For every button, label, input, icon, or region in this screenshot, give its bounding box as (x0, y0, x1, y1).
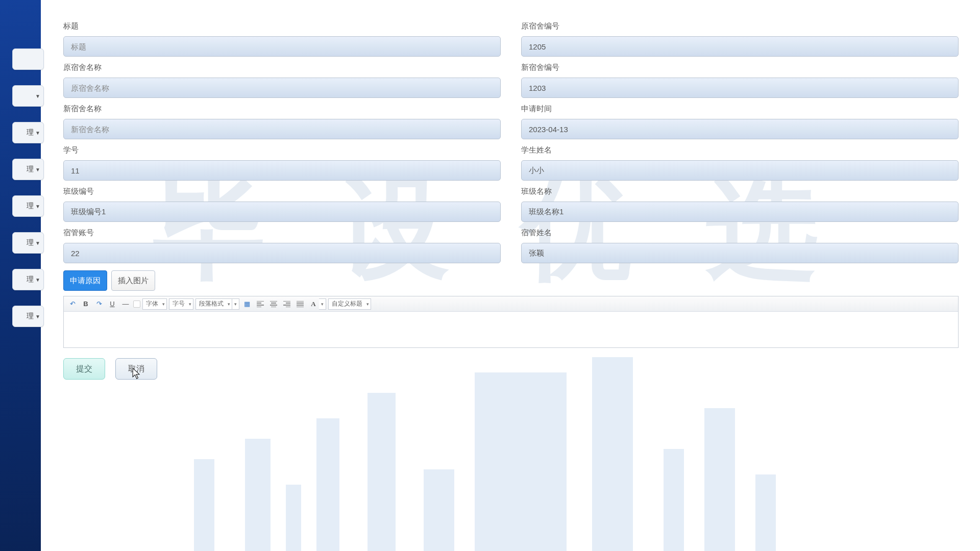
sidebar-item-1[interactable]: ▼ (12, 85, 44, 107)
cancel-button[interactable]: 取消 (115, 358, 157, 380)
bold-icon[interactable]: B (80, 298, 91, 310)
paragraph-format-label: 段落格式 (199, 299, 224, 308)
submit-label: 提交 (76, 364, 92, 373)
sidebar-item-label: 理 (27, 238, 34, 247)
font-color-icon[interactable]: A (308, 298, 319, 310)
input-old-dorm-id[interactable] (521, 36, 959, 57)
custom-title-select[interactable]: 自定义标题 (328, 298, 371, 310)
input-new-dorm-name[interactable] (63, 119, 501, 139)
input-apply-date[interactable] (521, 119, 959, 139)
label-class-id: 班级编号 (63, 181, 501, 202)
undo-icon[interactable]: ↶ (67, 298, 78, 310)
label-manager-account: 宿管账号 (63, 222, 501, 243)
form-col-right: 原宿舍编号 新宿舍编号 申请时间 学生姓名 班级名称 宿管姓名 (521, 15, 959, 263)
submit-button[interactable]: 提交 (63, 358, 105, 380)
field-student-id: 学号 (63, 139, 501, 181)
chevron-down-icon: ▼ (35, 240, 40, 246)
input-old-dorm-name[interactable] (63, 78, 501, 98)
field-title: 标题 (63, 15, 501, 57)
sidebar-tabs: ▼ 理 ▼ 理 ▼ 理 ▼ 理 ▼ 理 ▼ 理 ▼ (12, 48, 44, 342)
label-student-name: 学生姓名 (521, 139, 959, 160)
paragraph-dropdown-icon[interactable]: ▾ (232, 298, 239, 310)
label-new-dorm-name: 新宿舍名称 (63, 98, 501, 119)
label-new-dorm-id: 新宿舍编号 (521, 57, 959, 78)
tab-apply-reason[interactable]: 申请原因 (63, 270, 107, 291)
main-content: 标题 原宿舍名称 新宿舍名称 学号 班级编号 宿管账号 (42, 0, 980, 390)
clear-format-icon[interactable] (133, 300, 140, 308)
input-manager-name[interactable] (521, 243, 959, 263)
field-new-dorm-name: 新宿舍名称 (63, 98, 501, 139)
tab-insert-image[interactable]: 插入图片 (111, 270, 155, 291)
label-old-dorm-name: 原宿舍名称 (63, 57, 501, 78)
chevron-down-icon: ▼ (35, 93, 40, 99)
field-manager-account: 宿管账号 (63, 222, 501, 263)
sidebar-item-label: 理 (27, 202, 34, 211)
redo-icon[interactable]: ↷ (93, 298, 105, 310)
editor-toolbar: ↶ B ↷ U — 字体 字号 段落格式 ▾ ▦ (64, 296, 958, 312)
chevron-down-icon: ▼ (35, 167, 40, 172)
field-new-dorm-id: 新宿舍编号 (521, 57, 959, 98)
input-class-name[interactable] (521, 202, 959, 222)
sidebar-item-label: 理 (27, 165, 34, 174)
action-row: 提交 取消 (63, 358, 959, 380)
tab-label: 插入图片 (118, 276, 149, 286)
field-student-name: 学生姓名 (521, 139, 959, 181)
paragraph-format-select[interactable]: 段落格式 (195, 298, 232, 310)
field-manager-name: 宿管姓名 (521, 222, 959, 263)
input-student-name[interactable] (521, 160, 959, 181)
label-student-id: 学号 (63, 139, 501, 160)
font-family-select[interactable]: 字体 (142, 298, 167, 310)
sidebar-item-label: 理 (27, 312, 34, 321)
align-center-icon[interactable] (268, 298, 279, 310)
editor-body[interactable] (64, 312, 958, 347)
sidebar-item-2[interactable]: 理 ▼ (12, 122, 44, 143)
input-new-dorm-id[interactable] (521, 78, 959, 98)
chevron-down-icon: ▼ (35, 314, 40, 319)
align-justify-icon[interactable] (295, 298, 306, 310)
label-title: 标题 (63, 15, 501, 36)
sidebar: ▼ 理 ▼ 理 ▼ 理 ▼ 理 ▼ 理 ▼ 理 ▼ (0, 0, 41, 551)
field-apply-date: 申请时间 (521, 98, 959, 139)
sidebar-item-label: 理 (27, 275, 34, 284)
cancel-label: 取消 (128, 364, 144, 373)
input-class-id[interactable] (63, 202, 501, 222)
chevron-down-icon: ▼ (35, 130, 40, 136)
font-color-dropdown-icon[interactable]: ▾ (319, 298, 326, 310)
form-grid: 标题 原宿舍名称 新宿舍名称 学号 班级编号 宿管账号 (63, 15, 959, 263)
align-right-icon[interactable] (281, 298, 292, 310)
tab-label: 申请原因 (70, 276, 101, 286)
font-size-select[interactable]: 字号 (169, 298, 193, 310)
label-manager-name: 宿管姓名 (521, 222, 959, 243)
sidebar-item-5[interactable]: 理 ▼ (12, 232, 44, 254)
sidebar-item-0[interactable] (12, 48, 44, 70)
label-old-dorm-id: 原宿舍编号 (521, 15, 959, 36)
editor-tabs: 申请原因 插入图片 (63, 270, 959, 291)
table-icon[interactable]: ▦ (241, 298, 253, 310)
sidebar-item-6[interactable]: 理 ▼ (12, 269, 44, 290)
field-class-id: 班级编号 (63, 181, 501, 222)
field-old-dorm-name: 原宿舍名称 (63, 57, 501, 98)
field-class-name: 班级名称 (521, 181, 959, 222)
field-old-dorm-id: 原宿舍编号 (521, 15, 959, 57)
sidebar-item-3[interactable]: 理 ▼ (12, 159, 44, 180)
input-manager-account[interactable] (63, 243, 501, 263)
label-apply-date: 申请时间 (521, 98, 959, 119)
rich-text-editor: ↶ B ↷ U — 字体 字号 段落格式 ▾ ▦ (63, 296, 959, 348)
input-student-id[interactable] (63, 160, 501, 181)
align-left-icon[interactable] (255, 298, 266, 310)
label-class-name: 班级名称 (521, 181, 959, 202)
sidebar-item-7[interactable]: 理 ▼ (12, 306, 44, 327)
sidebar-item-label: 理 (27, 128, 34, 137)
chevron-down-icon: ▼ (35, 204, 40, 209)
input-title[interactable] (63, 36, 501, 57)
sidebar-item-4[interactable]: 理 ▼ (12, 195, 44, 217)
chevron-down-icon: ▼ (35, 277, 40, 283)
custom-title-label: 自定义标题 (332, 299, 362, 308)
strikethrough-icon[interactable]: — (120, 298, 131, 310)
font-family-label: 字体 (146, 299, 158, 308)
form-col-left: 标题 原宿舍名称 新宿舍名称 学号 班级编号 宿管账号 (63, 15, 501, 263)
underline-icon[interactable]: U (107, 298, 118, 310)
font-size-label: 字号 (173, 299, 185, 308)
